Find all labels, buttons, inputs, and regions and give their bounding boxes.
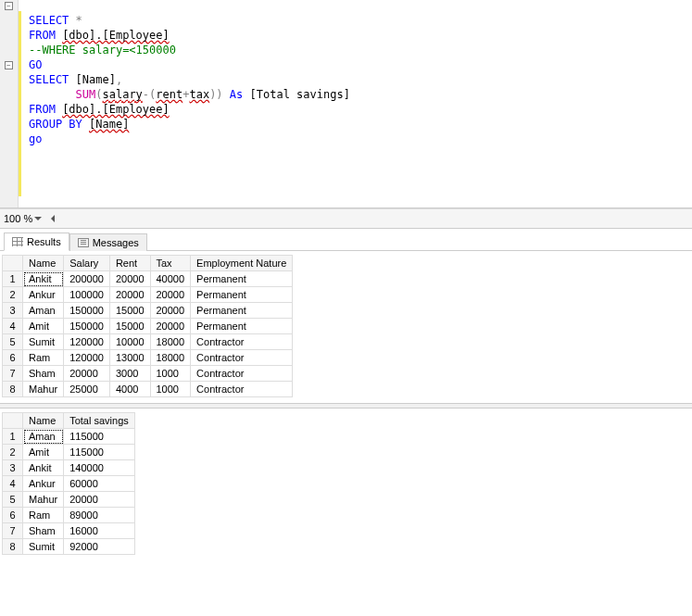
cell[interactable]: Sham: [23, 366, 64, 382]
cell[interactable]: 89000: [64, 508, 135, 523]
table-row[interactable]: 8Sumit92000: [3, 539, 135, 555]
cell[interactable]: 20000: [64, 366, 110, 382]
column-header[interactable]: Total savings: [64, 413, 135, 429]
cell[interactable]: 20000: [150, 287, 191, 303]
cell[interactable]: Contractor: [191, 350, 293, 366]
row-header[interactable]: 2: [3, 287, 23, 303]
row-header[interactable]: 2: [3, 445, 23, 460]
sql-editor[interactable]: − − SELECT * FROM [dbo].[Employee] --WHE…: [0, 0, 692, 208]
row-header[interactable]: 6: [3, 508, 23, 523]
cell[interactable]: Permanent: [191, 271, 293, 287]
row-header[interactable]: 4: [3, 319, 23, 334]
table-row[interactable]: 6Ram89000: [3, 508, 135, 523]
row-header[interactable]: 6: [3, 350, 23, 366]
cell[interactable]: Ankit: [23, 460, 64, 476]
cell[interactable]: 18000: [150, 350, 191, 366]
cell[interactable]: 20000: [109, 287, 150, 303]
column-header[interactable]: Tax: [150, 256, 191, 271]
table-row[interactable]: 8Mahur2500040001000Contractor: [3, 382, 293, 397]
table-row[interactable]: 6Ram1200001300018000Contractor: [3, 350, 293, 366]
cell[interactable]: 25000: [64, 382, 110, 397]
table-row[interactable]: 1Ankit2000002000040000Permanent: [3, 271, 293, 287]
cell[interactable]: Sumit: [23, 334, 64, 350]
tab-messages[interactable]: Messages: [69, 233, 147, 251]
table-row[interactable]: 5Sumit1200001000018000Contractor: [3, 334, 293, 350]
cell[interactable]: 120000: [64, 350, 110, 366]
row-header[interactable]: 5: [3, 334, 23, 350]
cell[interactable]: Aman: [23, 303, 64, 319]
cell[interactable]: Amit: [23, 445, 64, 460]
fold-toggle-icon[interactable]: −: [5, 61, 13, 69]
table-row[interactable]: 7Sham2000030001000Contractor: [3, 366, 293, 382]
cell[interactable]: 20000: [64, 492, 135, 508]
cell[interactable]: 100000: [64, 287, 110, 303]
column-header[interactable]: Rent: [109, 256, 150, 271]
arrow-left-icon[interactable]: [51, 215, 55, 222]
cell[interactable]: Ram: [23, 350, 64, 366]
cell[interactable]: 115000: [64, 429, 135, 445]
results-grid-2[interactable]: NameTotal savings1Aman1150002Amit1150003…: [0, 409, 692, 560]
cell[interactable]: Ankit: [23, 271, 64, 287]
cell[interactable]: 16000: [64, 523, 135, 539]
table-row[interactable]: 3Aman1500001500020000Permanent: [3, 303, 293, 319]
table-row[interactable]: 4Amit1500001500020000Permanent: [3, 319, 293, 334]
cell[interactable]: 15000: [109, 303, 150, 319]
cell[interactable]: 20000: [109, 271, 150, 287]
cell[interactable]: Contractor: [191, 366, 293, 382]
cell[interactable]: Ankur: [23, 287, 64, 303]
column-header[interactable]: Name: [23, 413, 64, 429]
row-header[interactable]: 4: [3, 476, 23, 492]
row-header[interactable]: 7: [3, 366, 23, 382]
row-header[interactable]: 7: [3, 523, 23, 539]
cell[interactable]: Aman: [23, 429, 64, 445]
cell[interactable]: 4000: [109, 382, 150, 397]
cell[interactable]: 20000: [150, 319, 191, 334]
cell[interactable]: 150000: [64, 319, 110, 334]
cell[interactable]: Amit: [23, 319, 64, 334]
cell[interactable]: Permanent: [191, 319, 293, 334]
table-row[interactable]: 4Ankur60000: [3, 476, 135, 492]
cell[interactable]: 150000: [64, 303, 110, 319]
row-header[interactable]: 8: [3, 382, 23, 397]
cell[interactable]: Ram: [23, 508, 64, 523]
cell[interactable]: Contractor: [191, 334, 293, 350]
cell[interactable]: 1000: [150, 382, 191, 397]
column-header[interactable]: Salary: [64, 256, 110, 271]
table-row[interactable]: 2Amit115000: [3, 445, 135, 460]
row-header[interactable]: 5: [3, 492, 23, 508]
cell[interactable]: 120000: [64, 334, 110, 350]
cell[interactable]: 20000: [150, 303, 191, 319]
cell[interactable]: Permanent: [191, 303, 293, 319]
column-header[interactable]: Employment Nature: [191, 256, 293, 271]
cell[interactable]: 200000: [64, 271, 110, 287]
cell[interactable]: 40000: [150, 271, 191, 287]
cell[interactable]: Mahur: [23, 382, 64, 397]
row-header[interactable]: 3: [3, 460, 23, 476]
row-header[interactable]: 8: [3, 539, 23, 555]
cell[interactable]: Mahur: [23, 492, 64, 508]
code-body[interactable]: SELECT * FROM [dbo].[Employee] --WHERE s…: [19, 11, 692, 196]
row-header[interactable]: 1: [3, 271, 23, 287]
cell[interactable]: Contractor: [191, 382, 293, 397]
table-row[interactable]: 2Ankur1000002000020000Permanent: [3, 287, 293, 303]
fold-toggle-icon[interactable]: −: [5, 2, 13, 10]
cell[interactable]: 13000: [109, 350, 150, 366]
cell[interactable]: 10000: [109, 334, 150, 350]
cell[interactable]: 1000: [150, 366, 191, 382]
cell[interactable]: 115000: [64, 445, 135, 460]
cell[interactable]: 3000: [109, 366, 150, 382]
zoom-dropdown[interactable]: 100 %: [4, 213, 42, 224]
cell[interactable]: 92000: [64, 539, 135, 555]
row-header[interactable]: 1: [3, 429, 23, 445]
column-header[interactable]: Name: [23, 256, 64, 271]
cell[interactable]: Sumit: [23, 539, 64, 555]
table-row[interactable]: 5Mahur20000: [3, 492, 135, 508]
cell[interactable]: Ankur: [23, 476, 64, 492]
cell[interactable]: Permanent: [191, 287, 293, 303]
table-row[interactable]: 1Aman115000: [3, 429, 135, 445]
cell[interactable]: 140000: [64, 460, 135, 476]
tab-results[interactable]: Results: [4, 233, 69, 251]
table-row[interactable]: 7Sham16000: [3, 523, 135, 539]
results-grid-1[interactable]: NameSalaryRentTaxEmployment Nature1Ankit…: [0, 251, 692, 403]
cell[interactable]: Sham: [23, 523, 64, 539]
